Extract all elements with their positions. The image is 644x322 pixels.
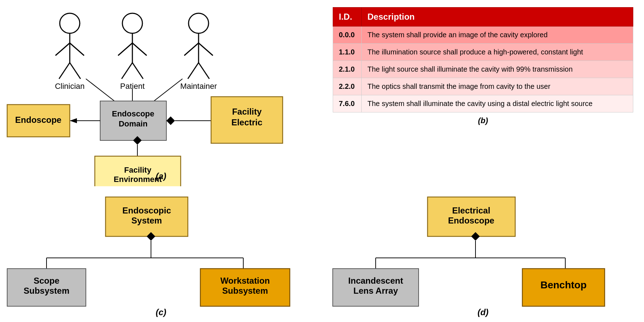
svg-text:Endoscope: Endoscope	[112, 109, 155, 118]
svg-point-14	[189, 13, 209, 33]
svg-text:Environment: Environment	[114, 175, 162, 184]
diagram-b: I.D. Description 0.0.0 The system shall …	[322, 0, 644, 186]
table-row: 1.1.0 The illumination source shall prod…	[333, 44, 633, 61]
svg-line-3	[70, 43, 84, 56]
svg-text:Workstation: Workstation	[220, 276, 270, 285]
svg-text:Electrical: Electrical	[452, 206, 491, 215]
svg-text:Electric: Electric	[231, 117, 263, 127]
svg-text:Subsystem: Subsystem	[222, 286, 268, 295]
svg-text:Endoscope: Endoscope	[448, 216, 494, 225]
svg-line-9	[118, 43, 132, 56]
req-id: 0.0.0	[333, 27, 362, 44]
diagram-d: Electrical Endoscope Incandescent Lens A…	[322, 186, 644, 322]
table-wrapper: I.D. Description 0.0.0 The system shall …	[322, 0, 644, 136]
req-desc: The system shall provide an image of the…	[362, 27, 633, 44]
svg-text:(c): (c)	[156, 307, 166, 317]
svg-line-12	[132, 63, 143, 79]
left-panel: Clinician Patient Maintainer	[0, 0, 322, 322]
svg-line-5	[70, 63, 80, 79]
req-desc: The light source shall illuminate the ca…	[362, 61, 633, 78]
svg-text:(d): (d)	[478, 307, 489, 317]
svg-marker-27	[166, 116, 175, 125]
col-desc-header: Description	[362, 8, 633, 27]
svg-point-0	[60, 13, 80, 33]
svg-text:Benchtop: Benchtop	[540, 279, 586, 290]
req-id: 1.1.0	[333, 44, 362, 61]
svg-text:System: System	[131, 216, 162, 225]
svg-text:Endoscope: Endoscope	[15, 115, 61, 125]
svg-text:Lens Array: Lens Array	[353, 286, 398, 295]
diagram-c: Endoscopic System Scope Subsystem Workst…	[0, 186, 322, 322]
svg-text:Endoscopic: Endoscopic	[122, 206, 171, 215]
svg-line-17	[199, 43, 213, 56]
req-id: 7.6.0	[333, 95, 362, 112]
req-desc: The optics shall transmit the image from…	[362, 78, 633, 95]
maintainer-figure: Maintainer	[180, 13, 217, 91]
col-id-header: I.D.	[333, 8, 362, 27]
requirements-table: I.D. Description 0.0.0 The system shall …	[333, 7, 633, 112]
req-desc: The system shall illuminate the cavity u…	[362, 95, 633, 112]
svg-text:Facility: Facility	[232, 107, 262, 116]
svg-line-18	[188, 63, 199, 79]
patient-figure: Patient	[118, 13, 147, 91]
svg-line-10	[132, 43, 147, 56]
clinician-figure: Clinician	[55, 13, 84, 91]
diagram-a: Clinician Patient Maintainer	[0, 0, 322, 186]
svg-text:Subsystem: Subsystem	[24, 286, 69, 295]
svg-text:Facility: Facility	[124, 165, 152, 174]
svg-text:Incandescent: Incandescent	[348, 276, 403, 285]
table-row: 2.2.0 The optics shall transmit the imag…	[333, 78, 633, 95]
svg-line-21	[86, 79, 118, 104]
svg-text:(a): (a)	[156, 171, 166, 181]
svg-line-2	[55, 43, 70, 56]
req-desc: The illumination source shall produce a …	[362, 44, 633, 61]
svg-line-4	[59, 63, 70, 79]
svg-line-16	[184, 43, 199, 56]
caption-b: (b)	[333, 112, 633, 129]
svg-text:Domain: Domain	[119, 119, 148, 128]
svg-text:Scope: Scope	[34, 276, 59, 285]
svg-point-7	[122, 13, 142, 33]
svg-line-23	[150, 79, 182, 104]
req-id: 2.1.0	[333, 61, 362, 78]
req-id: 2.2.0	[333, 78, 362, 95]
svg-line-11	[122, 63, 132, 79]
svg-text:Clinician: Clinician	[55, 82, 84, 91]
svg-text:Maintainer: Maintainer	[180, 82, 217, 91]
table-row: 2.1.0 The light source shall illuminate …	[333, 61, 633, 78]
table-row: 0.0.0 The system shall provide an image …	[333, 27, 633, 44]
table-row: 7.6.0 The system shall illuminate the ca…	[333, 95, 633, 112]
right-panel: I.D. Description 0.0.0 The system shall …	[322, 0, 644, 322]
svg-line-19	[199, 63, 209, 79]
